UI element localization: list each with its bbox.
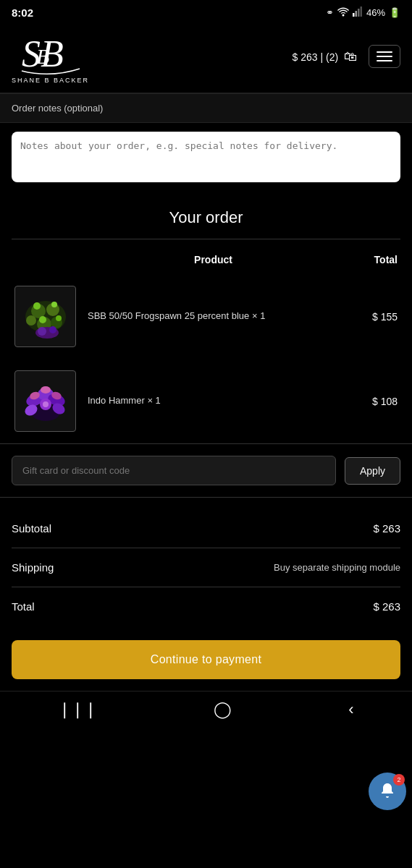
subtotal-row: Subtotal $ 263 — [12, 512, 400, 545]
product-price-2: $ 108 — [347, 396, 398, 407]
totals-section: Subtotal $ 263 Shipping Buy separate shi… — [0, 498, 412, 623]
cart-info-text: $ 263 | (2) — [293, 51, 339, 63]
status-icons: ⚭ 46% 🔋 — [326, 7, 400, 19]
svg-point-32 — [43, 401, 49, 407]
discount-section: Apply — [0, 443, 412, 498]
svg-point-16 — [39, 316, 46, 323]
product-table-header: Product Total — [14, 248, 398, 274]
bottom-nav: ❘❘❘ ◯ ‹ — [0, 691, 412, 725]
continue-btn-label: Continue to payment — [151, 653, 261, 665]
product-name-2: Indo Hammer × 1 — [88, 394, 335, 407]
apply-discount-button[interactable]: Apply — [345, 457, 400, 485]
hamburger-line-3 — [377, 60, 392, 61]
header: SB B SHANE B BACKER $ 263 | (2) 🛍 — [0, 23, 412, 93]
product-name-text-1: SBB 50/50 Frogspawn 25 percent blue — [88, 310, 249, 321]
notes-area — [0, 123, 412, 194]
logo-area: SB B SHANE B BACKER — [12, 29, 89, 84]
wifi-icon — [337, 7, 349, 19]
frogspawn-image — [17, 288, 75, 346]
svg-point-17 — [56, 315, 62, 321]
battery-icon: 🔋 — [389, 7, 400, 18]
product-table: Product Total — [12, 248, 400, 443]
order-notes-label-text: Order notes (optional) — [12, 103, 103, 114]
svg-point-19 — [38, 327, 46, 336]
product-qty-2: × 1 — [147, 395, 160, 406]
hamburger-line-1 — [377, 51, 392, 53]
cart-icon[interactable]: 🛍 — [344, 49, 357, 64]
your-order-section: Your order Product Total — [0, 194, 412, 443]
svg-rect-3 — [358, 9, 360, 17]
apply-button-label: Apply — [360, 465, 385, 477]
subtotal-value: $ 263 — [373, 522, 400, 535]
col-header-product: Product — [14, 254, 340, 265]
hammer-coral-image — [17, 373, 75, 430]
status-time: 8:02 — [12, 7, 33, 19]
total-value: $ 263 — [373, 600, 400, 613]
totals-divider-2 — [12, 587, 400, 587]
discount-code-input[interactable] — [12, 456, 336, 485]
hamburger-line-2 — [377, 56, 392, 57]
product-name-text-2: Indo Hammer — [88, 395, 145, 406]
notification-bell-icon — [378, 782, 397, 801]
table-row: SBB 50/50 Frogspawn 25 percent blue × 1 … — [14, 274, 398, 359]
product-price-1: $ 155 — [347, 311, 398, 323]
cart-info: $ 263 | (2) 🛍 — [293, 49, 357, 64]
order-notes-input[interactable] — [12, 132, 400, 182]
nav-back-icon[interactable]: ‹ — [348, 700, 353, 719]
continue-to-payment-button[interactable]: Continue to payment — [12, 640, 400, 679]
svg-text:B: B — [36, 44, 49, 68]
battery-text: 46% — [366, 7, 385, 18]
svg-point-14 — [33, 302, 41, 310]
product-name-1: SBB 50/50 Frogspawn 25 percent blue × 1 — [88, 310, 335, 323]
shipping-label: Shipping — [12, 561, 54, 574]
notification-overlay[interactable]: 2 — [369, 773, 406, 810]
svg-rect-1 — [353, 13, 355, 17]
signal-icon — [353, 7, 363, 19]
subtotal-label: Subtotal — [12, 522, 51, 535]
svg-rect-4 — [360, 7, 362, 17]
your-order-title: Your order — [12, 208, 400, 227]
order-divider-top — [12, 239, 400, 239]
product-qty-1: × 1 — [252, 310, 265, 321]
svg-point-20 — [49, 326, 56, 333]
table-row: Indo Hammer × 1 $ 108 — [14, 359, 398, 443]
order-notes-label: Order notes (optional) — [0, 93, 412, 123]
menu-button[interactable] — [369, 45, 400, 68]
bluetooth-icon: ⚭ — [326, 7, 334, 18]
logo-text: SHANE B BACKER — [12, 77, 89, 84]
total-row: Total $ 263 — [12, 590, 400, 623]
logo-image: SB B — [18, 29, 83, 80]
svg-rect-2 — [355, 11, 357, 17]
status-bar: 8:02 ⚭ 46% 🔋 — [0, 0, 412, 23]
svg-point-29 — [41, 386, 51, 393]
product-image-2 — [14, 370, 76, 432]
product-image-1 — [14, 286, 76, 347]
total-label: Total — [12, 600, 35, 613]
nav-home-icon[interactable]: ◯ — [214, 700, 232, 719]
notification-badge: 2 — [393, 774, 405, 786]
svg-point-15 — [51, 302, 57, 307]
shipping-row: Shipping Buy separate shipping module — [12, 551, 400, 584]
shipping-value: Buy separate shipping module — [274, 562, 400, 573]
svg-point-0 — [342, 14, 344, 16]
col-header-total: Total — [340, 254, 398, 265]
totals-divider-1 — [12, 548, 400, 548]
header-right: $ 263 | (2) 🛍 — [293, 45, 400, 68]
svg-point-13 — [26, 315, 36, 326]
nav-recent-apps-icon[interactable]: ❘❘❘ — [58, 700, 97, 719]
continue-btn-wrap: Continue to payment — [0, 629, 412, 691]
